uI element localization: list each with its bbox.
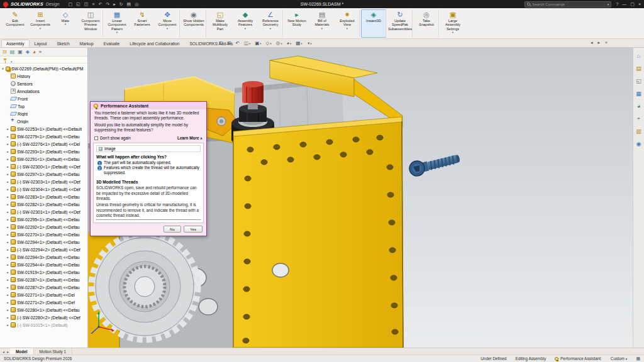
search-commands-box[interactable] bbox=[525, 1, 611, 8]
tab-layout[interactable]: Layout bbox=[30, 40, 52, 47]
no-button[interactable]: No bbox=[164, 226, 181, 233]
tree-item[interactable]: SW-01919<1> (Default) <<Defau bbox=[1, 268, 87, 276]
make-multibody-part-button[interactable]: ◱ Make Multibody Part bbox=[208, 9, 233, 38]
custom-properties-icon[interactable]: ▥ bbox=[636, 128, 641, 134]
minimize-icon[interactable]: — bbox=[622, 0, 626, 8]
undo-icon[interactable]: ↶ bbox=[98, 0, 102, 8]
linear-component-pattern-button[interactable]: ▦ Linear Component Pattern bbox=[104, 9, 130, 38]
redo-icon[interactable]: ↷ bbox=[106, 0, 109, 8]
search-dropdown-icon[interactable] bbox=[606, 0, 609, 9]
new-motion-study-button[interactable]: ▸ New Motion Study bbox=[284, 9, 309, 38]
expander-icon[interactable] bbox=[1, 67, 4, 70]
tab-motion-study-1[interactable]: Motion Study 1 bbox=[34, 348, 73, 354]
options-icon[interactable]: ◎ bbox=[135, 0, 138, 8]
tab-lifecycle-and-collaboration[interactable]: Lifecycle and Collaboration bbox=[125, 40, 184, 47]
insert-components-button[interactable]: ⊞ Insert Components bbox=[28, 9, 53, 38]
large-assembly-settings-button[interactable]: ▣ Large Assembly Settings bbox=[440, 9, 465, 38]
units-dropdown[interactable]: Custom bbox=[611, 356, 628, 361]
displaymanager-tab-icon[interactable]: ◕ bbox=[33, 48, 36, 57]
tree-item[interactable]: SW-02294<1> (Default) <<Defau bbox=[1, 238, 87, 246]
tree-item[interactable]: SW-02282<1> (Default) <<Defau bbox=[1, 200, 87, 208]
tree-item[interactable]: Origin bbox=[1, 118, 87, 125]
tree-item[interactable]: SW-02279<1> (Default) <<Defau bbox=[1, 133, 87, 140]
component-preview-window-button[interactable]: ◫ Component Preview Window bbox=[78, 9, 103, 38]
learn-more-link[interactable]: Learn More bbox=[177, 136, 203, 140]
take-snapshot-button[interactable]: ◎ Take Snapshot bbox=[414, 9, 439, 38]
tree-item[interactable]: (-) SW-02301<1> (Default) <<Def bbox=[1, 208, 87, 216]
save-icon[interactable]: ◫ bbox=[84, 0, 89, 8]
search-input[interactable] bbox=[532, 3, 604, 6]
maximize-icon[interactable]: ▢ bbox=[630, 0, 635, 8]
file-explorer-icon[interactable]: ◱ bbox=[636, 78, 641, 84]
tab-scroll-right-icon[interactable]: ▸ bbox=[6, 348, 10, 354]
show-hidden-components-button[interactable]: ◉ Show Hidden Components bbox=[181, 9, 206, 38]
smart-fasteners-button[interactable]: ↯ Smart Fasteners bbox=[130, 9, 155, 38]
dimxpertmanager-tab-icon[interactable]: ◈ bbox=[26, 48, 30, 57]
exploded-view-button[interactable]: ✷ Exploded View bbox=[335, 9, 360, 38]
forum-icon[interactable]: ◉ bbox=[636, 141, 641, 147]
yes-button[interactable]: Yes bbox=[184, 226, 203, 233]
tree-item[interactable]: SW-02253<1> (Default) <<Default bbox=[1, 125, 87, 133]
edit-component-button[interactable]: ✎ Edit Component bbox=[3, 9, 28, 38]
view-palette-icon[interactable]: ▦ bbox=[636, 90, 641, 97]
update-speedpak-button[interactable]: ↻ Update SpeedPak Subassemblies bbox=[387, 9, 413, 38]
tab-evaluate[interactable]: Evaluate bbox=[99, 40, 125, 47]
tree-item[interactable]: SW-02297<1> (Default) <<Defau bbox=[1, 170, 87, 178]
help-icon[interactable]: ? bbox=[616, 0, 618, 8]
tree-item[interactable]: Front bbox=[1, 95, 87, 102]
assembly-features-button[interactable]: ◆ Assembly Features bbox=[233, 9, 258, 38]
tree-item[interactable]: SW-02280<1> (Default) <<Defau bbox=[1, 306, 87, 314]
tree-item[interactable]: SW-02271<1> (Default) <<Del bbox=[1, 291, 87, 299]
configurationmanager-tab-icon[interactable]: ▣ bbox=[18, 48, 23, 57]
instant3d-button[interactable]: ◈ Instant3D bbox=[361, 9, 386, 38]
tree-item[interactable]: SW-02292<1> (Default) <<Defau bbox=[1, 223, 87, 231]
tree-item[interactable]: SW-02294<4> (Default) <<Defau bbox=[1, 261, 87, 268]
appearances-icon[interactable]: ◕ bbox=[637, 103, 640, 109]
tree-root-item[interactable]: SW-02269 (Default(PM)) <Default(PM bbox=[1, 65, 87, 72]
tree-item[interactable]: SW-02293<1> (Default) <<Defau bbox=[1, 148, 87, 155]
tab-assembly[interactable]: Assembly bbox=[1, 40, 30, 47]
open-file-icon[interactable]: ◱ bbox=[76, 0, 80, 8]
tree-item[interactable]: SW-02294<3> (Default) <<Defau bbox=[1, 253, 87, 261]
featuremanager-tab-icon[interactable]: ⊟ bbox=[3, 48, 7, 57]
home-icon[interactable]: ⌂ bbox=[637, 53, 640, 59]
tree-item[interactable]: (-) SW-02303<1> (Default) <<Def bbox=[1, 178, 87, 185]
pane-close-icon[interactable]: × bbox=[605, 40, 608, 45]
file-properties-icon[interactable]: ▤ bbox=[127, 0, 131, 8]
tree-item[interactable]: (-) SW-02276<1> (Default) <<Del bbox=[1, 140, 87, 148]
mate-button[interactable]: ◇ Mate bbox=[53, 9, 78, 38]
new-file-icon[interactable]: ▢ bbox=[68, 0, 72, 8]
tree-item[interactable]: SW-02287<1> (Default) <<Defau bbox=[1, 276, 87, 283]
select-arrow-icon[interactable]: ▸ bbox=[113, 0, 116, 8]
print-icon[interactable]: ≡ bbox=[92, 0, 94, 8]
reference-geometry-button[interactable]: ∠ Reference Geometry bbox=[258, 9, 283, 38]
filter-icon[interactable] bbox=[3, 58, 7, 61]
tree-item[interactable]: History bbox=[1, 72, 87, 80]
pane-next-icon[interactable]: ▸ bbox=[597, 40, 600, 45]
tree-item[interactable]: (-) SW-02294<2> (Default) <<Def bbox=[1, 246, 87, 253]
tab-model[interactable]: Model bbox=[10, 348, 33, 354]
scenes-icon[interactable]: ◓ bbox=[637, 116, 640, 122]
tree-item[interactable]: Sensors bbox=[1, 80, 87, 87]
pane-previous-icon[interactable]: ◂ bbox=[591, 40, 593, 45]
tree-item[interactable]: Top bbox=[1, 102, 87, 110]
tree-item[interactable]: Annotations bbox=[1, 87, 87, 95]
tab-browser-icon[interactable]: ▦ bbox=[636, 356, 640, 361]
tree-item[interactable]: SW-02291<1> (Default) <<Defau bbox=[1, 155, 87, 163]
tab-markup[interactable]: Markup bbox=[75, 40, 99, 47]
tab-scroll-left-icon[interactable]: ◂ bbox=[1, 348, 6, 354]
tree-item[interactable]: (-) SW-02300<1> (Default) <<Def bbox=[1, 163, 87, 170]
design-library-icon[interactable]: ▤ bbox=[636, 65, 641, 72]
tree-item[interactable]: (-) SW-01015<1> (Default) bbox=[1, 321, 87, 329]
tree-item[interactable]: SW-02283<1> (Default) <<Defau bbox=[1, 193, 87, 200]
tree-item[interactable]: (-) SW-02280<2> (Default) <<Def bbox=[1, 314, 87, 321]
tree-item[interactable]: Right bbox=[1, 110, 87, 118]
perforated-plate[interactable] bbox=[233, 117, 403, 348]
rebuild-icon[interactable]: ↻ bbox=[119, 0, 123, 8]
close-icon[interactable]: × bbox=[638, 0, 641, 8]
tree-item[interactable]: SW-02271<2> (Default) <<Def bbox=[1, 299, 87, 306]
bill-of-materials-button[interactable]: ▤ Bill of Materials bbox=[309, 9, 335, 38]
dont-show-again-checkbox[interactable] bbox=[94, 136, 98, 140]
move-component-button[interactable]: ✥ Move Component bbox=[155, 9, 180, 38]
performance-assistant-status[interactable]: Performance Assistant: bbox=[555, 356, 602, 361]
